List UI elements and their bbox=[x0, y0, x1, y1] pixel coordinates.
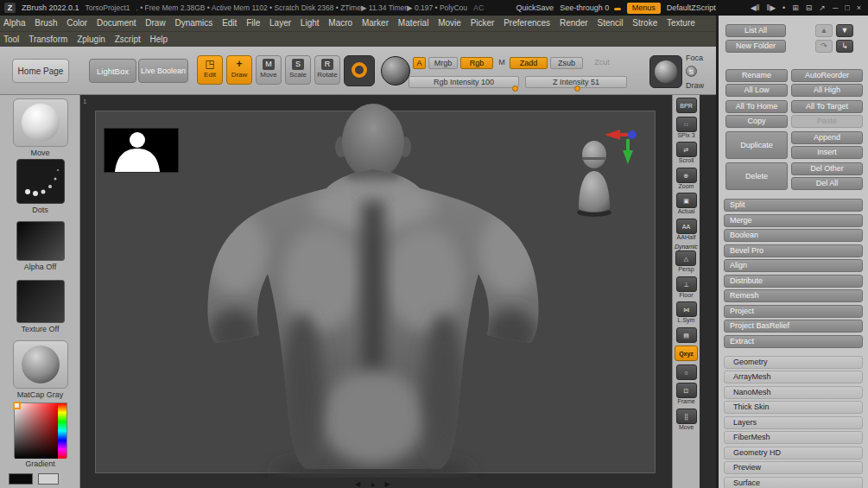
subtool-down-button[interactable]: ▼ bbox=[836, 24, 853, 37]
all-to-home-button[interactable]: All To Home bbox=[725, 100, 788, 113]
section-surface[interactable]: Surface bbox=[724, 477, 863, 488]
saturation-square[interactable] bbox=[15, 403, 60, 459]
rename-button[interactable]: Rename bbox=[725, 69, 788, 82]
spix-button[interactable]: ∷ SPix 3 bbox=[676, 117, 697, 139]
popout-icon[interactable]: ↗ bbox=[816, 3, 828, 12]
menu-render[interactable]: Render bbox=[556, 16, 592, 28]
folder-redo-button[interactable]: ↷ bbox=[815, 40, 833, 53]
insert-button[interactable]: Insert bbox=[791, 146, 863, 159]
menu-stencil[interactable]: Stencil bbox=[594, 16, 627, 28]
rgb-intensity-knob[interactable] bbox=[512, 86, 518, 92]
lsym-button[interactable]: ⋈ L.Sym bbox=[676, 301, 697, 324]
draw-size-label[interactable]: Draw bbox=[686, 81, 704, 90]
add-panel-icon[interactable]: ⊞ bbox=[789, 3, 801, 12]
subpalette-remesh[interactable]: Remesh bbox=[724, 289, 863, 302]
menu-document[interactable]: Document bbox=[93, 16, 140, 28]
new-folder-button[interactable]: New Folder bbox=[725, 40, 786, 53]
primary-color-swatch[interactable] bbox=[9, 473, 33, 485]
aahalf-button[interactable]: AA AAHalf bbox=[676, 219, 697, 241]
floor-button[interactable]: ⊥ Floor bbox=[676, 276, 697, 299]
menu-file[interactable]: File bbox=[243, 16, 263, 28]
menus-button[interactable]: Menus bbox=[627, 3, 661, 14]
default-zscript-button[interactable]: DefaultZScript bbox=[667, 3, 716, 12]
paste-button[interactable]: Paste bbox=[791, 115, 863, 128]
menu-light[interactable]: Light bbox=[297, 16, 323, 28]
stroke-preview-box[interactable] bbox=[649, 55, 682, 88]
zoom-button[interactable]: ⊕ Zoom bbox=[676, 168, 697, 190]
texture-selector[interactable]: Texture Off bbox=[0, 280, 80, 333]
live-boolean-button[interactable]: Live Boolean bbox=[138, 59, 188, 83]
material-selector[interactable]: MatCap Gray bbox=[0, 340, 80, 399]
subpalette-extract[interactable]: Extract bbox=[724, 335, 863, 348]
hue-strip[interactable] bbox=[58, 403, 67, 459]
subpalette-bevel-pro[interactable]: Bevel Pro bbox=[724, 244, 863, 257]
menu-zscript[interactable]: Zscript bbox=[111, 32, 144, 44]
minimize-icon[interactable]: ─ bbox=[830, 3, 840, 12]
menu-alpha[interactable]: Alpha bbox=[0, 16, 29, 28]
del-other-button[interactable]: Del Other bbox=[791, 162, 863, 175]
current-material-preview[interactable] bbox=[381, 56, 410, 86]
mrgb-toggle[interactable]: Mrgb bbox=[428, 57, 458, 69]
solo-icon[interactable]: S bbox=[686, 66, 697, 77]
menu-color[interactable]: Color bbox=[63, 16, 91, 28]
append-button[interactable]: Append bbox=[791, 131, 863, 144]
menu-macro[interactable]: Macro bbox=[325, 16, 356, 28]
z-intensity-slider[interactable]: Z Intensity 51 bbox=[525, 76, 627, 88]
section-thick-skin[interactable]: Thick Skin bbox=[724, 401, 863, 414]
section-fibermesh[interactable]: FiberMesh bbox=[724, 431, 863, 444]
subpalette-distribute[interactable]: Distribute bbox=[724, 275, 863, 288]
pivot-button[interactable]: ○ bbox=[676, 364, 697, 380]
quicksave-button[interactable]: QuickSave bbox=[516, 3, 554, 12]
persp-button[interactable]: Dynamic △ Persp bbox=[675, 244, 698, 273]
menu-material[interactable]: Material bbox=[395, 16, 433, 28]
see-through-slider[interactable]: See-through 0 bbox=[560, 3, 621, 12]
bpr-button[interactable]: BPR bbox=[676, 98, 697, 113]
z-intensity-knob[interactable] bbox=[574, 86, 580, 92]
current-brush-button[interactable] bbox=[344, 55, 375, 86]
subpalette-split[interactable]: Split bbox=[724, 199, 863, 212]
del-all-button[interactable]: Del All bbox=[791, 177, 863, 190]
rgb-toggle[interactable]: Rgb bbox=[460, 57, 493, 69]
scale-mode-button[interactable]: S Scale bbox=[285, 55, 311, 85]
qxyz-button[interactable]: Qxyz bbox=[675, 345, 698, 361]
menu-stroke[interactable]: Stroke bbox=[629, 16, 661, 28]
section-nanomesh[interactable]: NanoMesh bbox=[724, 386, 863, 399]
folder-move-button[interactable]: ↳ bbox=[836, 40, 853, 53]
menu-preferences[interactable]: Preferences bbox=[500, 16, 554, 28]
secondary-color-swatch[interactable] bbox=[38, 473, 59, 485]
home-page-button[interactable]: Home Page bbox=[12, 59, 69, 83]
menu-tool[interactable]: Tool bbox=[0, 32, 22, 44]
see-through-knob[interactable] bbox=[614, 8, 621, 10]
color-picker[interactable]: Gradient bbox=[0, 402, 80, 468]
menu-dynamics[interactable]: Dynamics bbox=[171, 16, 216, 28]
focal-shift-label[interactable]: Foca bbox=[686, 54, 703, 62]
subpalette-project[interactable]: Project bbox=[724, 305, 863, 318]
close-icon[interactable]: × bbox=[854, 3, 864, 12]
actual-button[interactable]: ▣ Actual bbox=[676, 193, 697, 215]
zsub-toggle[interactable]: Zsub bbox=[550, 57, 583, 69]
move-mode-button[interactable]: M Move bbox=[256, 55, 282, 85]
subpalette-boolean[interactable]: Boolean bbox=[724, 229, 863, 242]
section-arraymesh[interactable]: ArrayMesh bbox=[724, 371, 863, 383]
zcut-toggle[interactable]: Zcut bbox=[589, 57, 615, 69]
edit-mode-button[interactable]: ◳ Edit bbox=[197, 55, 223, 85]
menu-marker[interactable]: Marker bbox=[358, 16, 392, 28]
zadd-toggle[interactable]: Zadd bbox=[510, 57, 548, 69]
lightbox-button[interactable]: LightBox bbox=[89, 59, 136, 83]
menu-layer[interactable]: Layer bbox=[266, 16, 295, 28]
section-preview[interactable]: Preview bbox=[724, 461, 863, 474]
dock-right-icon[interactable]: ‖▶ bbox=[763, 3, 778, 12]
list-all-button[interactable]: List All bbox=[725, 24, 786, 37]
frame-button[interactable]: ⊡ Frame bbox=[676, 383, 697, 405]
section-geometry[interactable]: Geometry bbox=[724, 356, 863, 369]
all-low-button[interactable]: All Low bbox=[725, 84, 788, 97]
menu-help[interactable]: Help bbox=[147, 32, 172, 44]
section-geometry-hd[interactable]: Geometry HD bbox=[724, 447, 863, 459]
subpalette-merge[interactable]: Merge bbox=[724, 214, 863, 227]
dock-left-icon[interactable]: ◀‖ bbox=[748, 3, 763, 12]
canvas-scroll-arrows[interactable]: ◀ ▲ ▶ bbox=[355, 480, 394, 488]
menu-texture[interactable]: Texture bbox=[663, 16, 699, 28]
viewport[interactable]: 1 bbox=[80, 95, 672, 488]
autoreorder-button[interactable]: AutoReorder bbox=[791, 69, 863, 82]
brush-selector[interactable]: Move bbox=[0, 98, 80, 157]
